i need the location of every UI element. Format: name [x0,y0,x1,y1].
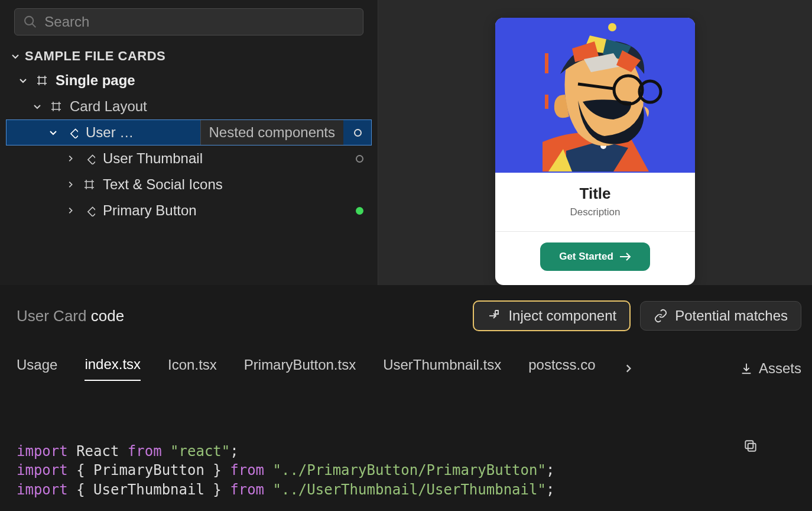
inject-label: Inject component [508,308,616,324]
status-dot [354,129,362,137]
card-description: Description [495,206,695,218]
tree-item-label: Text & Social Icons [103,176,223,193]
svg-point-0 [25,17,33,25]
svg-rect-27 [748,443,756,451]
tree-item-label: Primary Button [103,202,197,219]
chevron-right-icon [66,206,74,215]
svg-line-1 [32,24,35,27]
svg-rect-10 [71,129,78,138]
svg-point-18 [608,23,616,31]
chevron-down-icon [48,128,58,137]
chevron-right-icon [623,363,634,374]
tree-heading-label: SAMPLE FILE CARDS [25,48,165,64]
svg-line-24 [642,90,643,90]
download-icon [740,362,753,375]
tab-postcss[interactable]: postcss.co [528,357,595,380]
potential-matches-button[interactable]: Potential matches [640,301,801,331]
svg-rect-20 [545,95,548,109]
code-panel: User Card code Inject component Potentia… [0,285,812,511]
status-dot [356,207,363,215]
arrow-right-icon [619,252,631,261]
tree-item-label: Card Layout [70,98,147,115]
search-icon [23,14,37,30]
tabs-scroll-right[interactable] [623,363,634,374]
tree-item-card-layout[interactable]: Card Layout [6,93,372,119]
breadcrumb: User Card code [17,307,124,325]
code-block: import React from "react"; import { Prim… [17,403,801,511]
copy-button[interactable] [743,400,794,492]
tree-item-text-social[interactable]: Text & Social Icons [6,172,372,198]
svg-rect-19 [545,53,548,73]
layer-tree: SAMPLE FILE CARDS Single page Card Layou… [6,43,372,224]
frame-icon [82,179,97,190]
tree-item-label: User … [86,124,134,141]
tab-usage[interactable]: Usage [17,357,57,380]
copy-icon [743,438,758,454]
nested-components-tag: Nested components [200,120,343,145]
breadcrumb-suffix: code [86,307,124,325]
frame-icon [48,101,64,112]
chevron-right-icon [66,154,74,163]
tree-item-user-card[interactable]: User … Nested components [6,119,372,145]
get-started-button[interactable]: Get Started [540,242,650,271]
frame-icon [34,75,50,86]
inject-component-button[interactable]: Inject component [473,300,631,331]
tree-heading[interactable]: SAMPLE FILE CARDS [6,43,372,67]
card-title: Title [495,185,695,203]
code-tabs: Usage index.tsx Icon.tsx PrimaryButton.t… [17,356,801,381]
preview-thumbnail [495,18,695,173]
chevron-down-icon [11,51,20,61]
status-dot [356,155,363,163]
component-icon [64,127,80,138]
tab-index[interactable]: index.tsx [85,356,141,381]
tree-item-label: User Thumbnail [103,150,203,167]
chevron-down-icon [33,102,42,111]
assets-link[interactable]: Assets [740,360,801,377]
cta-label: Get Started [559,251,613,263]
tab-user-thumbnail[interactable]: UserThumbnail.tsx [383,357,501,380]
tree-item-user-thumbnail[interactable]: User Thumbnail [6,145,372,172]
svg-rect-11 [88,155,95,164]
breadcrumb-name: User Card [17,307,86,325]
chevron-down-icon [18,76,28,85]
component-icon [82,153,97,164]
tree-item-single-page[interactable]: Single page [6,67,372,93]
assets-label: Assets [759,360,801,377]
tree-item-label: Single page [56,72,135,89]
inject-icon [487,309,501,323]
component-icon [82,205,97,216]
search-field[interactable] [44,14,355,30]
preview-pane: Title Description Get Started [378,0,812,285]
sidebar: SAMPLE FILE CARDS Single page Card Layou… [0,0,378,285]
svg-rect-16 [88,207,95,216]
chevron-right-icon [66,180,74,189]
svg-rect-28 [746,441,753,448]
preview-card: Title Description Get Started [495,18,695,285]
matches-label: Potential matches [675,308,788,324]
tree-item-primary-button[interactable]: Primary Button [6,198,372,224]
tab-icon[interactable]: Icon.tsx [168,357,217,380]
search-input[interactable] [14,8,363,35]
tab-primary-button[interactable]: PrimaryButton.tsx [244,357,356,380]
link-icon [654,309,668,323]
